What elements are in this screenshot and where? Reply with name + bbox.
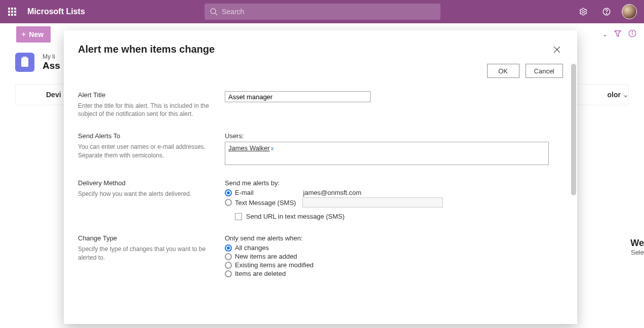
users-input[interactable]: James Walkerx bbox=[225, 142, 549, 165]
radio-deleted[interactable] bbox=[225, 270, 232, 277]
suite-bar: Microsoft Lists Search bbox=[0, 0, 644, 23]
details-pane-subtitle: Sele bbox=[630, 249, 644, 256]
section-title-alert: Alert Title bbox=[78, 91, 213, 99]
svg-rect-9 bbox=[23, 57, 27, 59]
chevron-down-icon[interactable]: ⌄ bbox=[602, 31, 608, 38]
radio-sms[interactable] bbox=[225, 199, 232, 206]
help-icon[interactable] bbox=[598, 4, 615, 20]
svg-point-2 bbox=[582, 11, 585, 13]
svg-point-4 bbox=[606, 13, 607, 14]
ok-button[interactable]: OK bbox=[487, 64, 519, 78]
chevron-down-icon[interactable]: ⌄ bbox=[623, 91, 629, 99]
column-header-color[interactable]: olor bbox=[608, 91, 621, 99]
section-desc-alert: Enter the title for this alert. This is … bbox=[78, 102, 213, 118]
checkbox-send-url-label: Send URL in text message (SMS) bbox=[246, 213, 345, 220]
changetype-legend: Only send me alerts when: bbox=[225, 234, 563, 242]
column-header-device[interactable]: Devi bbox=[46, 91, 61, 99]
avatar[interactable] bbox=[622, 4, 637, 19]
section-title-sendto: Send Alerts To bbox=[78, 132, 213, 140]
plus-icon: + bbox=[21, 30, 26, 39]
radio-email[interactable] bbox=[225, 189, 232, 196]
radio-new-items-label: New items are added bbox=[235, 253, 297, 260]
checkbox-send-url[interactable] bbox=[235, 213, 242, 220]
email-address: james@onmsft.com bbox=[303, 189, 361, 196]
radio-modified-label: Existing items are modified bbox=[235, 261, 313, 269]
cancel-button[interactable]: Cancel bbox=[526, 64, 563, 78]
search-icon bbox=[210, 8, 218, 16]
app-launcher-icon[interactable] bbox=[0, 0, 24, 23]
filter-icon[interactable] bbox=[614, 29, 622, 39]
remove-user-icon[interactable]: x bbox=[271, 145, 274, 151]
svg-rect-8 bbox=[21, 58, 28, 67]
svg-point-7 bbox=[632, 31, 632, 32]
new-button-label: New bbox=[29, 30, 44, 38]
breadcrumb[interactable]: My li bbox=[43, 53, 60, 60]
section-title-changetype: Change Type bbox=[78, 234, 213, 242]
svg-point-0 bbox=[211, 9, 216, 14]
radio-sms-label: Text Message (SMS) bbox=[235, 199, 296, 207]
radio-modified[interactable] bbox=[225, 262, 232, 269]
section-desc-delivery: Specify how you want the alerts delivere… bbox=[78, 190, 213, 198]
search-placeholder: Search bbox=[222, 8, 244, 16]
delivery-legend: Send me alerts by: bbox=[225, 179, 563, 187]
section-desc-changetype: Specify the type of changes that you wan… bbox=[78, 245, 213, 261]
scrollbar[interactable] bbox=[571, 64, 576, 195]
users-label: Users: bbox=[225, 132, 563, 140]
section-desc-sendto: You can enter user names or e-mail addre… bbox=[78, 143, 213, 159]
svg-line-1 bbox=[215, 13, 217, 15]
sms-number-input[interactable] bbox=[302, 197, 443, 208]
section-title-delivery: Delivery Method bbox=[78, 179, 213, 187]
list-icon bbox=[15, 53, 34, 72]
alert-modal: Alert me when items change OK Cancel Ale… bbox=[64, 30, 577, 324]
user-chip[interactable]: James Walker bbox=[228, 144, 270, 152]
settings-icon[interactable] bbox=[575, 4, 591, 20]
radio-all-changes[interactable] bbox=[225, 244, 232, 252]
modal-title: Alert me when items change bbox=[78, 44, 215, 55]
radio-email-label: E-mail bbox=[235, 189, 254, 196]
radio-new-items[interactable] bbox=[225, 253, 232, 260]
list-title: Ass bbox=[43, 60, 60, 71]
details-pane: We Sele bbox=[630, 238, 644, 256]
alert-title-input[interactable] bbox=[225, 91, 371, 102]
info-icon[interactable] bbox=[628, 29, 637, 40]
close-icon[interactable] bbox=[551, 44, 563, 56]
radio-all-changes-label: All changes bbox=[235, 244, 269, 252]
details-pane-title: We bbox=[630, 238, 644, 249]
brand-title: Microsoft Lists bbox=[24, 7, 85, 16]
radio-deleted-label: Items are deleted bbox=[235, 270, 286, 277]
search-input[interactable]: Search bbox=[205, 4, 440, 20]
new-button[interactable]: + New bbox=[16, 26, 51, 43]
